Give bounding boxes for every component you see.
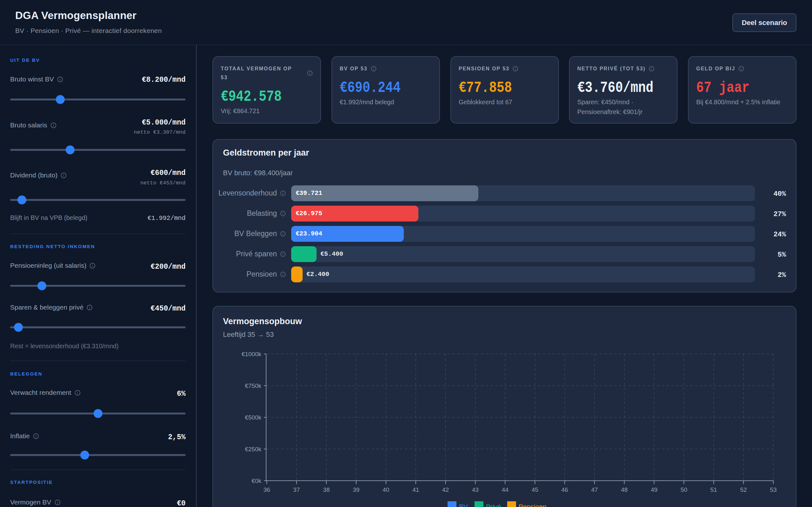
svg-text:38: 38 <box>323 487 329 493</box>
svg-text:€250k: €250k <box>245 446 261 452</box>
svg-text:42: 42 <box>442 487 449 493</box>
svg-text:41: 41 <box>412 487 419 493</box>
svg-text:€0k: €0k <box>252 477 261 484</box>
svg-text:€750k: €750k <box>245 383 261 389</box>
svg-text:46: 46 <box>561 487 568 493</box>
svg-text:53: 53 <box>770 487 776 493</box>
svg-text:BV: BV <box>459 503 468 507</box>
svg-text:51: 51 <box>711 487 717 493</box>
svg-text:Privé: Privé <box>486 503 501 507</box>
svg-text:50: 50 <box>681 487 687 493</box>
svg-text:36: 36 <box>263 487 270 493</box>
svg-text:49: 49 <box>651 487 658 493</box>
svg-text:€500k: €500k <box>245 414 261 421</box>
svg-text:Pensioen: Pensioen <box>519 503 547 507</box>
svg-text:43: 43 <box>472 487 478 493</box>
svg-text:48: 48 <box>621 487 628 493</box>
svg-text:52: 52 <box>740 487 747 493</box>
svg-text:45: 45 <box>531 487 538 493</box>
svg-text:39: 39 <box>353 487 359 493</box>
svg-text:44: 44 <box>502 487 509 493</box>
svg-text:37: 37 <box>293 487 300 493</box>
svg-text:47: 47 <box>591 487 598 493</box>
svg-text:40: 40 <box>383 487 389 493</box>
svg-text:€1000k: €1000k <box>242 351 262 357</box>
